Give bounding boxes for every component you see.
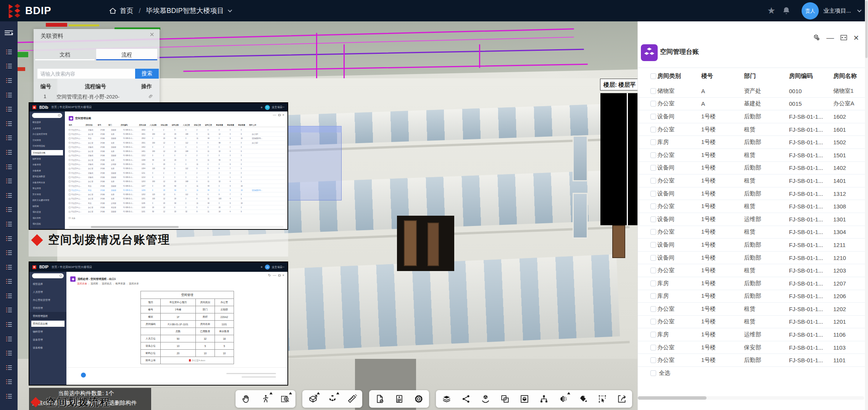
mini-sidebar-item[interactable]: 园区文化建设管理 (29, 197, 65, 203)
settings-gear-icon[interactable] (409, 390, 428, 408)
properties-icon[interactable] (389, 390, 409, 408)
mini-sidebar-item[interactable]: 安全管理 (29, 192, 65, 198)
column-header[interactable]: 部门 (744, 72, 789, 80)
table-row[interactable]: 库房1号楼运维部FJ-SB-01-1...1106 (638, 328, 868, 341)
sidebar-group-item[interactable] (0, 289, 18, 303)
sidebar-group-item[interactable] (0, 145, 18, 160)
mini-sidebar-item[interactable]: 空间信息台账 (31, 321, 65, 327)
mini-table-row[interactable]: 市北营中心...办公室1号楼租赁FJ-SB-01-1...16012001220… (69, 132, 285, 136)
collapse-menu-icon[interactable] (5, 31, 13, 36)
box-select-icon[interactable] (592, 390, 612, 408)
row-checkbox[interactable] (69, 129, 71, 131)
boxed-cube-icon[interactable] (515, 390, 534, 408)
checkbox[interactable] (69, 217, 71, 219)
row-checkbox[interactable] (69, 181, 71, 182)
row-checkbox[interactable] (650, 332, 656, 337)
mini-sidebar-item[interactable]: 空间管理流程 (29, 143, 65, 149)
mini-tab[interactable]: 流程表单 (77, 282, 87, 286)
row-checkbox[interactable] (650, 101, 656, 107)
paint-bucket-icon[interactable] (573, 390, 592, 408)
mini-sidebar-item[interactable]: 查询监测数据 (29, 174, 65, 180)
table-row[interactable]: 办公室1号楼租赁FJ-SB-01-1...1401 (638, 174, 868, 187)
row-checkbox[interactable] (69, 202, 71, 204)
column-header[interactable]: 房间名称 (833, 72, 868, 80)
mini-table-row[interactable]: 市北营中心...设备间1号楼后勤部FJ-SB-01-1...1210020010… (69, 175, 285, 179)
process-name[interactable]: 空间管理流程-肖小野-2020- (56, 94, 146, 100)
document-check-icon[interactable] (370, 390, 389, 408)
sidebar-group-item[interactable] (0, 217, 18, 231)
sidebar-group-item[interactable] (0, 102, 18, 116)
user-avatar[interactable]: 责人 (802, 2, 819, 19)
horizontal-scrollbar[interactable] (69, 226, 284, 228)
mini-table-row[interactable]: 市北营中心...设备间1号楼后勤部FJ-SB-01-1...1211020020… (69, 171, 285, 175)
table-row[interactable]: 库房1号楼后勤部FJ-SB-01-1...1502 (638, 136, 868, 149)
row-checkbox[interactable] (69, 137, 71, 139)
row-checkbox[interactable] (69, 163, 71, 165)
export-view-icon[interactable] (612, 390, 631, 408)
share-icon[interactable] (456, 390, 476, 408)
mini-sidebar-item[interactable]: 设备管理 (29, 336, 66, 344)
row-checkbox[interactable] (69, 150, 71, 152)
table-row[interactable]: 办公室1号楼租赁FJ-SB-01-1...1308 (638, 200, 868, 213)
row-checkbox[interactable] (69, 155, 71, 157)
close-icon[interactable]: × (853, 34, 859, 41)
mini-sidebar-item[interactable]: 项目流程 (29, 221, 65, 227)
mini-tab[interactable]: 流程状态 (102, 282, 112, 286)
mini-table-row[interactable]: 市北营中心...设备间1号楼运维部FJ-SB-01-1...1301020001… (69, 162, 285, 166)
sidebar-group-item[interactable] (0, 174, 18, 188)
row-checkbox[interactable] (69, 176, 71, 178)
mini-sidebar-item[interactable]: 空间信息台账 (31, 150, 63, 155)
sidebar-group-item[interactable] (0, 332, 18, 346)
chevron-down-icon[interactable] (857, 8, 862, 12)
mini-table-row[interactable]: 市北营中心...库房1号楼后勤部FJ-SB-01-1...12070206001… (69, 184, 285, 188)
row-checkbox[interactable] (650, 191, 656, 197)
mini-table-row[interactable]: 市北营中心...办公室1号楼保安部FJ-SB-01-1...1103201260… (69, 205, 285, 210)
row-checkbox[interactable] (69, 142, 71, 144)
table-row[interactable]: 设备间1号楼后勤部FJ-SB-01-1...1602 (638, 110, 868, 123)
mini-table-row[interactable]: 市北营中心...库房1号楼后勤部FJ-SB-01-1...15020206001… (69, 137, 285, 141)
sidebar-group-item[interactable] (0, 59, 18, 74)
mini-table-row[interactable]: 市北营中心...办公室1号楼后勤部FJ-SB-01-1...1101501220… (69, 210, 285, 214)
sidebar-group-item[interactable] (0, 245, 18, 260)
table-row[interactable]: 办公室1号楼租赁FJ-SB-01-1...1601 (638, 123, 868, 136)
mini-table-row[interactable]: 市北营中心...办公室1号楼租赁FJ-SB-01-1...14012001220… (69, 149, 285, 153)
mini-table-row[interactable]: 市北营中心...库房1号楼后勤部FJ-SB-01-1...12060206001… (69, 188, 285, 192)
sidebar-group-item[interactable] (0, 346, 18, 360)
sidebar-group-item[interactable] (0, 317, 18, 332)
walk-mode-icon[interactable] (256, 390, 275, 408)
row-checkbox[interactable] (650, 114, 656, 119)
mini-sidebar-item[interactable]: 空间管理 (29, 137, 65, 144)
table-row[interactable]: 办公室1号楼租赁FJ-SB-01-1...1203 (638, 264, 868, 277)
sidebar-group-item[interactable] (0, 116, 18, 131)
tree-structure-icon[interactable] (534, 390, 553, 408)
sidebar-group-item[interactable] (0, 73, 18, 88)
mini-table-row[interactable]: 市北营中心...办公室1号楼租赁FJ-SB-01-1...12021201261… (69, 192, 285, 197)
row-checkbox[interactable] (69, 146, 71, 148)
mini-sidebar-item[interactable]: 空间管理 (29, 304, 66, 312)
mini-tab[interactable]: 流程图 (91, 282, 98, 286)
select-all-checkbox[interactable] (650, 370, 656, 376)
row-checkbox[interactable] (650, 293, 656, 299)
nav-home[interactable]: 首页 (109, 6, 134, 15)
row-checkbox[interactable] (650, 216, 656, 222)
mini-tab[interactable]: 流程共享 (129, 282, 139, 286)
row-checkbox[interactable] (650, 242, 656, 248)
sidebar-group-item[interactable] (0, 88, 18, 102)
measure-icon[interactable] (342, 390, 361, 408)
search-input[interactable] (37, 69, 135, 79)
mini-sidebar-item[interactable]: 人员管理 (29, 288, 66, 296)
row-checkbox[interactable] (69, 207, 71, 208)
table-row[interactable]: 库房1号楼后勤部FJ-SB-01-1...1207 (638, 277, 868, 290)
mini-sidebar-item[interactable]: 物料管理 (29, 156, 65, 162)
row-checkbox[interactable] (650, 268, 656, 273)
table-row[interactable]: 设备间1号楼后勤部FJ-SB-01-1...1312 (638, 187, 868, 200)
sidebar-group-item[interactable] (0, 274, 18, 289)
table-row[interactable]: 办公室1号楼租赁FJ-SB-01-1...1304 (638, 226, 868, 239)
mini-sidebar-item[interactable]: 设备管理 (29, 162, 65, 168)
project-selector[interactable]: 毕埃慕BDIP智慧大楼项目 (146, 6, 231, 15)
row-checkbox[interactable] (69, 194, 71, 195)
row-checkbox[interactable] (650, 229, 656, 235)
mini-sidebar-item[interactable]: 项目资料 (29, 215, 65, 221)
table-row[interactable]: 设备间1号楼后勤部FJ-SB-01-1...1210 (638, 252, 868, 265)
row-checkbox[interactable] (650, 203, 656, 209)
